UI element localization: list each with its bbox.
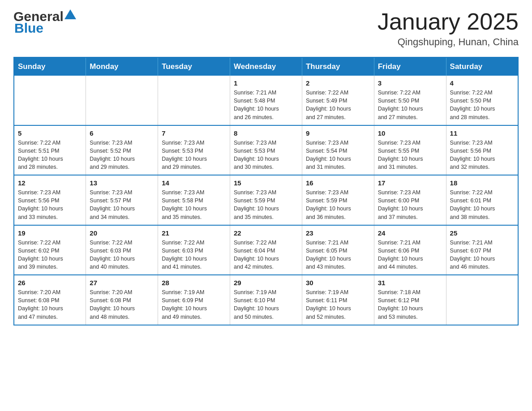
day-info: Sunrise: 7:18 AM Sunset: 6:12 PM Dayligh… bbox=[378, 288, 442, 321]
day-number: 26 bbox=[18, 279, 82, 287]
logo: General Blue bbox=[13, 9, 77, 36]
day-info: Sunrise: 7:21 AM Sunset: 5:48 PM Dayligh… bbox=[234, 89, 298, 121]
day-number: 18 bbox=[450, 179, 514, 187]
day-header-friday: Friday bbox=[374, 57, 446, 76]
location-subtitle: Qingshuping, Hunan, China bbox=[378, 36, 519, 48]
day-info: Sunrise: 7:19 AM Sunset: 6:09 PM Dayligh… bbox=[162, 288, 226, 321]
calendar-cell: 9Sunrise: 7:23 AM Sunset: 5:54 PM Daylig… bbox=[302, 125, 374, 176]
day-number: 1 bbox=[234, 79, 298, 87]
title-section: January 2025 Qingshuping, Hunan, China bbox=[378, 9, 519, 48]
logo-triangle-icon bbox=[64, 9, 76, 19]
calendar-cell: 2Sunrise: 7:22 AM Sunset: 5:49 PM Daylig… bbox=[302, 76, 374, 125]
day-header-monday: Monday bbox=[86, 57, 158, 76]
calendar-cell bbox=[446, 275, 518, 325]
calendar-cell: 11Sunrise: 7:23 AM Sunset: 5:56 PM Dayli… bbox=[446, 125, 518, 176]
day-number: 25 bbox=[450, 229, 514, 237]
day-info: Sunrise: 7:20 AM Sunset: 6:08 PM Dayligh… bbox=[18, 288, 82, 321]
day-info: Sunrise: 7:23 AM Sunset: 5:52 PM Dayligh… bbox=[90, 139, 154, 171]
day-number: 22 bbox=[234, 229, 298, 237]
page-header: General Blue January 2025 Qingshuping, H… bbox=[13, 9, 519, 48]
day-info: Sunrise: 7:21 AM Sunset: 6:05 PM Dayligh… bbox=[306, 239, 370, 271]
calendar-cell: 26Sunrise: 7:20 AM Sunset: 6:08 PM Dayli… bbox=[14, 275, 86, 325]
calendar-cell: 13Sunrise: 7:23 AM Sunset: 5:57 PM Dayli… bbox=[86, 175, 158, 225]
calendar-body: 1Sunrise: 7:21 AM Sunset: 5:48 PM Daylig… bbox=[14, 76, 518, 325]
day-info: Sunrise: 7:23 AM Sunset: 5:58 PM Dayligh… bbox=[162, 188, 226, 221]
day-number: 24 bbox=[378, 229, 442, 237]
day-info: Sunrise: 7:21 AM Sunset: 6:07 PM Dayligh… bbox=[450, 239, 514, 271]
logo-blue-row: Blue bbox=[13, 21, 43, 36]
day-info: Sunrise: 7:22 AM Sunset: 6:02 PM Dayligh… bbox=[18, 239, 82, 271]
day-info: Sunrise: 7:22 AM Sunset: 6:03 PM Dayligh… bbox=[162, 239, 226, 271]
day-info: Sunrise: 7:23 AM Sunset: 5:53 PM Dayligh… bbox=[234, 139, 298, 171]
calendar-cell: 4Sunrise: 7:22 AM Sunset: 5:50 PM Daylig… bbox=[446, 76, 518, 125]
calendar-cell: 15Sunrise: 7:23 AM Sunset: 5:59 PM Dayli… bbox=[230, 175, 302, 225]
month-year-title: January 2025 bbox=[378, 9, 519, 34]
day-number: 8 bbox=[234, 129, 298, 137]
calendar-cell bbox=[158, 76, 230, 125]
day-number: 14 bbox=[162, 179, 226, 187]
day-number: 5 bbox=[18, 129, 82, 137]
calendar-cell: 27Sunrise: 7:20 AM Sunset: 6:08 PM Dayli… bbox=[86, 275, 158, 325]
day-number: 28 bbox=[162, 279, 226, 287]
calendar-cell: 12Sunrise: 7:23 AM Sunset: 5:56 PM Dayli… bbox=[14, 175, 86, 225]
day-info: Sunrise: 7:22 AM Sunset: 5:50 PM Dayligh… bbox=[378, 89, 442, 121]
day-number: 3 bbox=[378, 79, 442, 87]
calendar-cell: 5Sunrise: 7:22 AM Sunset: 5:51 PM Daylig… bbox=[14, 125, 86, 176]
day-number: 27 bbox=[90, 279, 154, 287]
week-row-2: 5Sunrise: 7:22 AM Sunset: 5:51 PM Daylig… bbox=[14, 125, 518, 176]
day-header-thursday: Thursday bbox=[302, 57, 374, 76]
calendar-cell: 3Sunrise: 7:22 AM Sunset: 5:50 PM Daylig… bbox=[374, 76, 446, 125]
day-number: 7 bbox=[162, 129, 226, 137]
day-number: 10 bbox=[378, 129, 442, 137]
calendar-cell: 10Sunrise: 7:23 AM Sunset: 5:55 PM Dayli… bbox=[374, 125, 446, 176]
calendar-cell: 30Sunrise: 7:19 AM Sunset: 6:11 PM Dayli… bbox=[302, 275, 374, 325]
calendar-cell bbox=[86, 76, 158, 125]
day-number: 4 bbox=[450, 79, 514, 87]
day-number: 11 bbox=[450, 129, 514, 137]
day-info: Sunrise: 7:23 AM Sunset: 5:57 PM Dayligh… bbox=[90, 188, 154, 221]
calendar-cell: 14Sunrise: 7:23 AM Sunset: 5:58 PM Dayli… bbox=[158, 175, 230, 225]
calendar-cell: 29Sunrise: 7:19 AM Sunset: 6:10 PM Dayli… bbox=[230, 275, 302, 325]
day-info: Sunrise: 7:23 AM Sunset: 6:00 PM Dayligh… bbox=[378, 188, 442, 221]
day-info: Sunrise: 7:22 AM Sunset: 5:51 PM Dayligh… bbox=[18, 139, 82, 171]
day-number: 15 bbox=[234, 179, 298, 187]
day-info: Sunrise: 7:19 AM Sunset: 6:10 PM Dayligh… bbox=[234, 288, 298, 321]
week-row-5: 26Sunrise: 7:20 AM Sunset: 6:08 PM Dayli… bbox=[14, 275, 518, 325]
day-info: Sunrise: 7:23 AM Sunset: 5:54 PM Dayligh… bbox=[306, 139, 370, 171]
calendar-cell: 28Sunrise: 7:19 AM Sunset: 6:09 PM Dayli… bbox=[158, 275, 230, 325]
calendar-cell: 7Sunrise: 7:23 AM Sunset: 5:53 PM Daylig… bbox=[158, 125, 230, 176]
day-number: 12 bbox=[18, 179, 82, 187]
day-header-sunday: Sunday bbox=[14, 57, 86, 76]
day-info: Sunrise: 7:21 AM Sunset: 6:06 PM Dayligh… bbox=[378, 239, 442, 271]
logo-blue-text: Blue bbox=[14, 21, 43, 35]
week-row-3: 12Sunrise: 7:23 AM Sunset: 5:56 PM Dayli… bbox=[14, 175, 518, 225]
day-number: 23 bbox=[306, 229, 370, 237]
day-info: Sunrise: 7:23 AM Sunset: 5:59 PM Dayligh… bbox=[306, 188, 370, 221]
day-info: Sunrise: 7:23 AM Sunset: 5:56 PM Dayligh… bbox=[450, 139, 514, 171]
day-info: Sunrise: 7:20 AM Sunset: 6:08 PM Dayligh… bbox=[90, 288, 154, 321]
day-info: Sunrise: 7:22 AM Sunset: 6:04 PM Dayligh… bbox=[234, 239, 298, 271]
week-row-4: 19Sunrise: 7:22 AM Sunset: 6:02 PM Dayli… bbox=[14, 225, 518, 275]
day-info: Sunrise: 7:22 AM Sunset: 5:49 PM Dayligh… bbox=[306, 89, 370, 121]
day-info: Sunrise: 7:22 AM Sunset: 6:03 PM Dayligh… bbox=[90, 239, 154, 271]
day-number: 9 bbox=[306, 129, 370, 137]
header-row: SundayMondayTuesdayWednesdayThursdayFrid… bbox=[14, 57, 518, 76]
day-info: Sunrise: 7:23 AM Sunset: 5:59 PM Dayligh… bbox=[234, 188, 298, 221]
day-number: 31 bbox=[378, 279, 442, 287]
day-number: 19 bbox=[18, 229, 82, 237]
day-number: 16 bbox=[306, 179, 370, 187]
day-number: 6 bbox=[90, 129, 154, 137]
calendar-cell: 19Sunrise: 7:22 AM Sunset: 6:02 PM Dayli… bbox=[14, 225, 86, 275]
day-number: 21 bbox=[162, 229, 226, 237]
calendar-cell: 23Sunrise: 7:21 AM Sunset: 6:05 PM Dayli… bbox=[302, 225, 374, 275]
day-info: Sunrise: 7:19 AM Sunset: 6:11 PM Dayligh… bbox=[306, 288, 370, 321]
calendar-cell bbox=[14, 76, 86, 125]
day-number: 20 bbox=[90, 229, 154, 237]
calendar-cell: 24Sunrise: 7:21 AM Sunset: 6:06 PM Dayli… bbox=[374, 225, 446, 275]
day-number: 13 bbox=[90, 179, 154, 187]
calendar-cell: 31Sunrise: 7:18 AM Sunset: 6:12 PM Dayli… bbox=[374, 275, 446, 325]
calendar-table: SundayMondayTuesdayWednesdayThursdayFrid… bbox=[13, 57, 519, 325]
calendar-cell: 16Sunrise: 7:23 AM Sunset: 5:59 PM Dayli… bbox=[302, 175, 374, 225]
calendar-header: SundayMondayTuesdayWednesdayThursdayFrid… bbox=[14, 57, 518, 76]
day-info: Sunrise: 7:23 AM Sunset: 5:55 PM Dayligh… bbox=[378, 139, 442, 171]
